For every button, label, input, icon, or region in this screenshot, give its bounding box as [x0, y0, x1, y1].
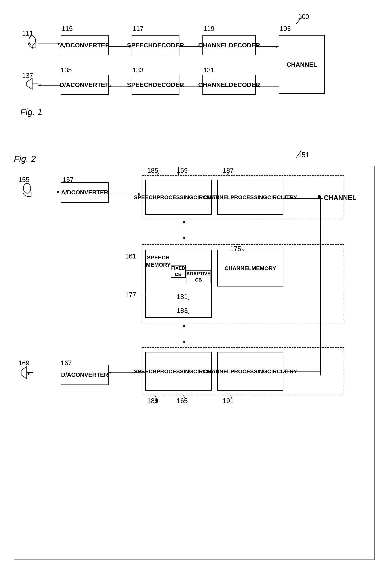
block-speech-proc-top: SPEECHPROCESSINGCIRCUITRY — [145, 180, 212, 215]
svg-marker-10 — [276, 46, 279, 48]
arrow-vert-top-mid — [177, 219, 191, 243]
block-ch-proc-bot: CHANNELPROCESSINGCIRCUITRY — [217, 352, 283, 391]
svg-line-46 — [187, 298, 190, 300]
arrow-da2-speaker — [27, 372, 62, 376]
svg-marker-16 — [109, 85, 111, 87]
svg-marker-56 — [109, 372, 111, 374]
block-fixed-cb: FIXED CB — [171, 265, 186, 278]
svg-marker-60 — [27, 373, 29, 375]
mic-fig1 — [27, 35, 38, 50]
arrow-da-speaker — [38, 83, 62, 87]
brace-183 — [185, 308, 191, 314]
block-ch-mem: CHANNELMEMORY — [217, 250, 283, 287]
speaker-fig1 — [26, 77, 39, 90]
brace-189 — [154, 395, 159, 403]
ref161: 161 — [125, 252, 136, 260]
arrow-channel-chprocbot — [283, 369, 320, 373]
page: Fig. 1 100 111 115 A/DCONVERTER — [0, 0, 392, 575]
arrow-100 — [291, 15, 305, 29]
ref177: 177 — [125, 291, 136, 299]
block-ad-fig1: A/DCONVERTER — [61, 35, 109, 55]
svg-line-66 — [230, 395, 232, 398]
svg-line-21 — [296, 151, 301, 158]
arrow-vert-channel-bot — [320, 197, 321, 381]
svg-line-31 — [157, 172, 159, 175]
ref115: 115 — [62, 25, 73, 33]
block-da-fig2: D/ACONVERTER — [61, 365, 109, 385]
fig1-label: Fig. 1 — [20, 107, 42, 117]
svg-line-64 — [154, 395, 156, 398]
arrow-chndec-channel — [256, 45, 280, 48]
brace-185 — [156, 166, 162, 176]
ref133: 133 — [132, 66, 144, 74]
svg-point-22 — [23, 183, 31, 193]
mic-fig2 — [21, 182, 33, 198]
svg-marker-38 — [183, 219, 185, 223]
svg-line-42 — [241, 249, 244, 251]
arrow-151 — [293, 150, 304, 159]
brace-177 — [139, 292, 146, 298]
arrow-vert-mid-bot — [177, 323, 191, 347]
block-channel-fig1: CHANNEL — [279, 35, 325, 94]
svg-marker-37 — [183, 237, 185, 240]
ref119: 119 — [203, 25, 214, 33]
svg-point-1 — [29, 36, 36, 45]
brace-187 — [226, 166, 232, 176]
block-ch-dec-bot: CHANNELDECODER — [202, 75, 256, 95]
ref135: 135 — [61, 66, 72, 74]
brace-175 — [239, 244, 245, 251]
brace-181 — [185, 294, 191, 300]
svg-marker-51 — [183, 323, 185, 327]
block-ch-proc-top: CHANNELPROCESSINGCIRCUITRY — [217, 180, 283, 215]
ref117: 117 — [132, 25, 144, 33]
arrow-mic-ad — [38, 42, 62, 46]
svg-marker-25 — [57, 191, 60, 193]
svg-marker-57 — [21, 367, 27, 379]
svg-line-33 — [227, 172, 229, 175]
arrow-speechprocbot-da — [109, 371, 146, 375]
channel-label-fig2: CHANNEL — [324, 194, 356, 202]
block-speech-proc-bot: SPEECHPROCESSINGCIRCUITRY — [145, 352, 212, 391]
ref131: 131 — [203, 66, 214, 74]
block-da-fig1: D/ACONVERTER — [61, 75, 109, 95]
block-speech-dec-top: SPEECHDECODER — [131, 35, 179, 55]
svg-marker-54 — [283, 370, 286, 372]
arrow-mic-ad2 — [34, 190, 61, 194]
brace-191 — [229, 395, 235, 403]
fig1-area: Fig. 1 100 111 115 A/DCONVERTER — [11, 11, 379, 140]
svg-marker-20 — [256, 85, 259, 87]
svg-marker-18 — [179, 85, 182, 87]
brace-165 — [182, 395, 188, 403]
block-ad-fig2: A/DCONVERTER — [61, 182, 109, 203]
svg-marker-11 — [27, 78, 32, 89]
block-adaptive-cb: ADAPTIVE CB — [186, 270, 211, 283]
svg-line-48 — [187, 312, 190, 314]
svg-marker-14 — [38, 84, 41, 86]
block-ch-dec-top: CHANNELDECODER — [202, 35, 256, 55]
arrow-channel-chndec — [256, 84, 280, 88]
block-speech-dec-bot: SPEECHDECODER — [131, 75, 179, 95]
svg-line-0 — [296, 17, 302, 24]
svg-line-62 — [183, 395, 185, 398]
svg-marker-50 — [183, 341, 185, 344]
fig2-label: Fig. 2 — [14, 154, 36, 164]
ref103: 103 — [280, 25, 291, 33]
